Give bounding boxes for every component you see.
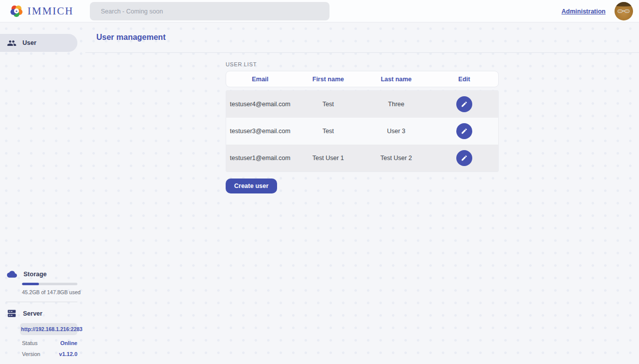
server-info-label: Version [22,351,40,357]
column-header: Last name [362,76,430,83]
cell-first-name: Test [294,128,362,135]
pencil-icon [461,155,468,162]
sidebar-status-panel: Storage 45.2GB of 147.8GB used [0,269,85,364]
server-icon [7,309,16,318]
cell-last-name: Three [362,101,430,108]
page-header: User management [85,22,639,53]
user-table: EmailFirst nameLast nameEdit testuser4@e… [226,71,499,172]
table-row: testuser4@email.com Test Three [226,91,498,118]
server-info-row: Version v1.12.0 [22,351,77,357]
table-header-row: EmailFirst nameLast nameEdit [226,71,499,87]
storage-widget-header: Storage [0,269,85,279]
pencil-icon [461,101,468,108]
table-body: testuser4@email.com Test Three testuser3… [226,90,499,172]
cell-last-name: Test User 2 [362,155,430,162]
sidebar-divider [6,302,77,302]
pencil-icon [461,128,468,135]
server-url: http://192.168.1.216:2283 [20,323,77,335]
admin-sidebar: User Storage 45.2GB of 147.8GB used [0,22,85,364]
server-info-value: v1.12.0 [59,351,77,357]
server-widget-header: Server [0,309,85,318]
cell-email: testuser3@email.com [226,128,294,135]
table-row: testuser3@email.com Test User 3 [226,118,498,145]
edit-user-button[interactable] [456,123,472,139]
cell-first-name: Test User 1 [294,155,362,162]
storage-progress-bar [22,283,77,285]
search-input[interactable] [90,2,329,20]
edit-user-button[interactable] [456,96,472,112]
cell-first-name: Test [294,101,362,108]
page-background: User Storage 45.2GB of 147.8GB used [0,22,639,364]
top-bar: ✦ IMMICH Administration [0,0,639,22]
user-list-label: USER LIST [226,61,639,67]
administration-link[interactable]: Administration [562,8,606,15]
storage-title: Storage [23,271,47,278]
server-info-value: Online [60,340,77,346]
create-user-button[interactable]: Create user [226,179,277,193]
column-header: Edit [430,76,498,83]
immich-flower-icon: ✦ [10,4,23,17]
sidebar-item-label: User [22,39,36,46]
column-header: First name [294,76,362,83]
page-title: User management [96,33,166,42]
cloud-icon [7,269,17,279]
storage-usage-text: 45.2GB of 147.8GB used [22,289,85,295]
server-info-list: Status Online Version v1.12.0 [0,340,85,357]
cell-email: testuser4@email.com [226,101,294,108]
main-panel: User management USER LIST EmailFirst nam… [85,22,639,364]
storage-progress-fill [22,283,39,285]
table-row: testuser1@email.com Test User 1 Test Use… [226,145,498,172]
cell-last-name: User 3 [362,128,430,135]
server-info-label: Status [22,340,37,346]
app-logo[interactable]: ✦ IMMICH [0,4,90,17]
server-title: Server [23,310,42,317]
server-info-row: Status Online [22,340,77,346]
cell-email: testuser1@email.com [226,155,294,162]
group-icon [7,38,16,48]
edit-user-button[interactable] [456,150,472,166]
app-title: IMMICH [27,5,74,17]
user-avatar[interactable] [615,2,633,20]
sidebar-item-user[interactable]: User [0,34,77,52]
column-header: Email [226,76,294,83]
